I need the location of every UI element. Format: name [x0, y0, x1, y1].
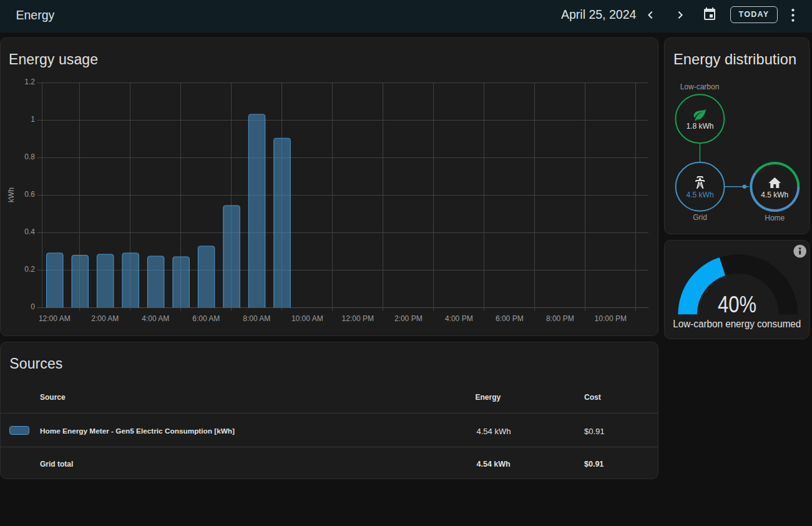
svg-text:0.6: 0.6 [24, 190, 35, 199]
svg-text:10:00 AM: 10:00 AM [291, 314, 323, 323]
svg-text:4.5 kWh: 4.5 kWh [761, 191, 788, 199]
svg-text:Home: Home [765, 214, 785, 222]
svg-text:8:00 AM: 8:00 AM [243, 314, 270, 323]
svg-text:1.8 kWh: 1.8 kWh [686, 122, 713, 131]
svg-text:0.8: 0.8 [24, 152, 35, 161]
svg-text:Grid: Grid [693, 213, 707, 222]
svg-text:2:00 AM: 2:00 AM [91, 314, 119, 323]
svg-text:8:00 PM: 8:00 PM [546, 314, 574, 323]
svg-text:6:00 PM: 6:00 PM [496, 314, 524, 323]
svg-text:0.2: 0.2 [24, 265, 35, 274]
svg-text:6:00 AM: 6:00 AM [192, 314, 220, 323]
svg-text:12:00 AM: 12:00 AM [39, 314, 71, 323]
svg-text:0.4: 0.4 [24, 227, 35, 236]
svg-text:12:00 PM: 12:00 PM [342, 314, 374, 323]
svg-text:2:00 PM: 2:00 PM [394, 314, 423, 323]
svg-text:40%: 40% [718, 292, 756, 317]
svg-text:Low-carbon energy consumed: Low-carbon energy consumed [673, 319, 801, 329]
svg-text:0: 0 [31, 302, 35, 311]
svg-text:1.2: 1.2 [24, 77, 35, 86]
svg-text:1: 1 [31, 115, 35, 124]
svg-text:Low-carbon: Low-carbon [680, 82, 720, 91]
svg-text:4:00 PM: 4:00 PM [445, 314, 473, 323]
svg-text:10:00 PM: 10:00 PM [595, 314, 627, 323]
svg-text:kWh: kWh [7, 187, 16, 202]
svg-text:4:00 AM: 4:00 AM [142, 314, 169, 323]
svg-text:4.5 kWh: 4.5 kWh [687, 191, 714, 199]
